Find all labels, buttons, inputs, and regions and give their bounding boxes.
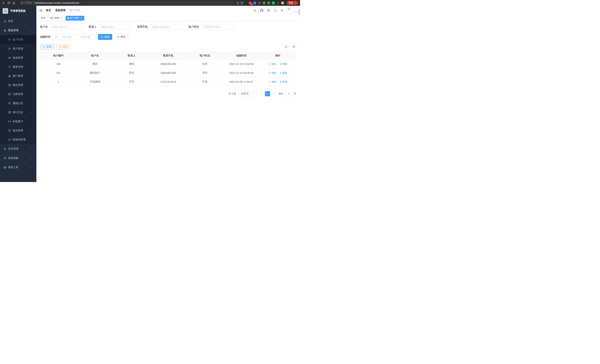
delete-link[interactable]: 删除 — [280, 62, 287, 66]
page-unit-label: 页 — [294, 92, 296, 95]
trash-icon — [280, 72, 282, 74]
chevron-down-icon — [31, 157, 33, 159]
sidebar-item-error-code[interactable]: 错误码管理 — [0, 135, 36, 144]
add-button-label: 新增 — [47, 45, 51, 48]
chevron-down-icon — [31, 111, 33, 113]
edit-link[interactable]: 修改 — [269, 80, 276, 84]
goto-label: 前往 — [279, 92, 283, 95]
sidebar-item-online-user[interactable]: 在线用户 — [0, 117, 36, 126]
badge-icon — [8, 84, 11, 86]
share-icon[interactable] — [236, 2, 239, 4]
system-submenu: 租户管理 用户管理 角色管理 菜单管理 部门管理 — [0, 35, 36, 144]
next-page-button[interactable] — [271, 91, 276, 96]
contact-input[interactable] — [99, 24, 132, 30]
edit-link[interactable]: 修改 — [269, 62, 276, 66]
col-created: 创建时间 — [223, 52, 260, 60]
profile-avatar-icon[interactable] — [281, 1, 284, 4]
sidebar-item-dept[interactable]: 部门管理 — [0, 71, 36, 81]
table-row: 107 测试租户 秃头 15601691300 关闭 2021-12-14 20… — [40, 68, 296, 77]
sidebar-item-sms[interactable]: 短信管理 — [0, 126, 36, 135]
search-icon — [101, 36, 103, 38]
sidebar-item-post[interactable]: 岗位管理 — [0, 81, 36, 90]
tab-tenant[interactable]: 租户管理 × — [66, 16, 84, 21]
edit-link[interactable]: 修改 — [269, 71, 276, 75]
range-separator: - — [75, 36, 76, 38]
export-button[interactable]: 导出 — [56, 44, 71, 49]
font-size-icon[interactable] — [280, 9, 283, 12]
tenant-name-input[interactable] — [50, 24, 83, 30]
current-page-button[interactable]: 1 — [265, 91, 270, 96]
add-button[interactable]: 新增 — [40, 44, 54, 49]
plus-icon — [43, 46, 46, 48]
sidebar-item-user[interactable]: 用户管理 — [0, 44, 36, 53]
address-bar[interactable]: 不安全 dashboard.yudao.iocoder.cn/system/te… — [19, 1, 245, 5]
sidebar-item-notice[interactable]: 通知公告 — [0, 99, 36, 108]
user-avatar-menu[interactable] — [287, 7, 297, 14]
browser-back-icon[interactable] — [2, 1, 5, 5]
scrollbar-thumb[interactable] — [299, 9, 300, 15]
github-icon[interactable] — [260, 9, 263, 12]
breadcrumb-home[interactable]: 首页 — [46, 9, 51, 12]
toggle-search-button[interactable] — [284, 44, 289, 49]
tab-dept[interactable]: 部门管理 × — [48, 16, 65, 21]
header-search-icon[interactable] — [253, 9, 256, 12]
status-select[interactable]: 请选择租户状态 — [201, 24, 234, 30]
extension-icon[interactable] — [258, 1, 261, 4]
tab-home[interactable]: 首页 — [39, 16, 47, 21]
trash-icon — [280, 63, 282, 65]
date-range-picker[interactable]: 开始日期 - 结束日期 — [53, 34, 95, 40]
breadcrumb-separator: / — [53, 9, 53, 12]
sidebar-item-role[interactable]: 角色管理 — [0, 53, 36, 62]
delete-link[interactable]: 删除 — [280, 80, 287, 84]
cell-tenant-name: 芋道源码 — [77, 77, 113, 86]
extension-icon[interactable] — [267, 1, 270, 4]
refresh-table-button[interactable] — [291, 44, 296, 49]
cell-mobile: 15601691300 — [150, 60, 187, 68]
extension-icon[interactable] — [272, 1, 275, 4]
sidebar-item-tenant[interactable]: 租户管理 — [0, 35, 36, 44]
prev-page-button[interactable] — [259, 91, 264, 96]
extension-icon[interactable]: 10 — [249, 1, 252, 4]
filter-tenant-name: 租户名 — [40, 24, 83, 30]
sidebar-item-dict[interactable]: 字典管理 — [0, 90, 36, 99]
breadcrumb-system[interactable]: 系统管理 — [55, 9, 66, 12]
col-contact: 联系人 — [113, 52, 150, 60]
active-dot — [67, 18, 69, 19]
collapse-sidebar-icon[interactable] — [39, 9, 43, 12]
page-size-select[interactable]: 10条/页 — [239, 91, 256, 96]
extension-icon[interactable] — [262, 1, 265, 4]
kebab-menu-icon[interactable]: ⋮ — [294, 1, 297, 4]
search-button[interactable]: 搜索 — [98, 34, 112, 40]
tenant-table: 租户编号 租户名 联系人 联系手机 租户状态 创建时间 操作 108 测试 测试 — [40, 52, 296, 86]
sidebar-item-payment[interactable]: 支付管理 — [0, 144, 36, 153]
extension-icon[interactable] — [276, 1, 279, 4]
sidebar-item-menu[interactable]: 菜单管理 — [0, 62, 36, 71]
sidebar-item-audit-log[interactable]: 审计日志 — [0, 108, 36, 117]
sidebar-item-devtools[interactable]: 研发工具 — [0, 163, 36, 172]
cell-status: 关闭 — [187, 68, 223, 77]
update-label: 更新 — [289, 1, 293, 4]
cell-created: 2021-12-14 20:49:44 — [223, 68, 260, 77]
fullscreen-icon[interactable] — [274, 9, 277, 12]
mobile-input[interactable] — [150, 24, 183, 30]
delete-link[interactable]: 删除 — [280, 71, 287, 75]
extension-icon[interactable] — [253, 1, 256, 4]
filter-row-2: 创建时间 开始日期 - 结束日期 搜索 重置 — [40, 34, 296, 40]
browser-reload-icon[interactable] — [7, 1, 10, 5]
chrome-update-button[interactable]: 更新 ⋮ — [287, 1, 298, 5]
chevron-down-icon — [31, 166, 33, 168]
sidebar-item-home[interactable]: 首页 — [0, 17, 36, 26]
extension-badge: 10 — [251, 3, 253, 5]
shield-icon — [8, 129, 11, 132]
sidebar-item-system[interactable]: 系统管理 — [0, 26, 36, 35]
navbar-actions — [253, 7, 297, 14]
close-icon[interactable]: × — [80, 17, 82, 19]
browser-home-icon[interactable] — [12, 1, 16, 5]
goto-page-input[interactable] — [285, 91, 292, 96]
close-icon[interactable]: × — [60, 17, 63, 19]
reset-button[interactable]: 重置 — [114, 34, 128, 40]
sidebar-logo[interactable]: 芋道管理系统 — [0, 6, 36, 16]
bookmark-star-icon[interactable] — [241, 2, 243, 4]
help-icon[interactable] — [267, 9, 270, 12]
sidebar-item-infra[interactable]: 基础设施 — [0, 153, 36, 163]
